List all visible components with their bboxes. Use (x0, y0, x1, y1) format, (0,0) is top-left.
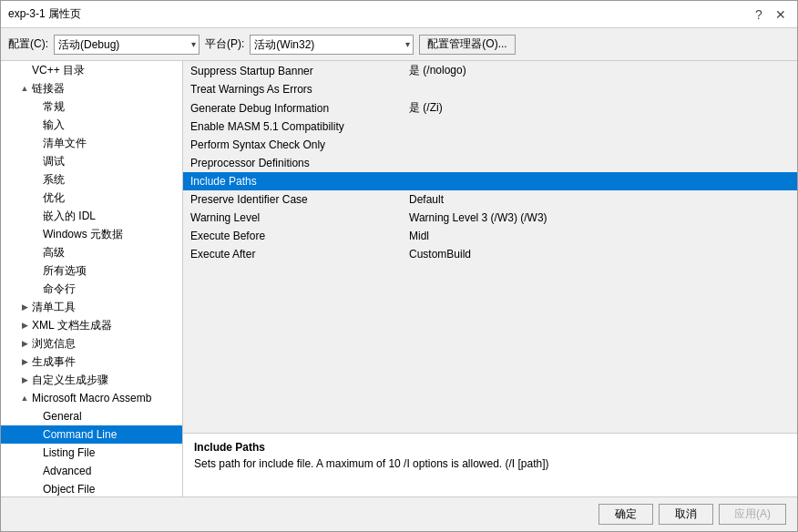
tree-item-masm-advanced[interactable]: Advanced (1, 462, 182, 480)
prop-row-preserve-case[interactable]: Preserve Identifier CaseDefault (183, 190, 797, 209)
tree-item-browse[interactable]: ▶浏览信息 (1, 334, 182, 353)
config-select[interactable]: 活动(Debug) (54, 35, 200, 55)
tree-item-custom-steps[interactable]: ▶自定义生成步骤 (1, 371, 182, 389)
tree-label-linker-system: 系统 (43, 172, 65, 188)
prop-value-suppress-banner: 是 (/nologo) (402, 61, 797, 80)
tree-label-masm-listing: Listing File (43, 446, 95, 459)
expand-icon-linker-system (30, 174, 41, 185)
expand-icon-linker-input (30, 119, 41, 130)
tree-item-linker-advanced[interactable]: 高级 (1, 243, 182, 261)
prop-value-preprocessor (402, 154, 797, 172)
prop-row-execute-after[interactable]: Execute AfterCustomBuild (183, 245, 797, 263)
close-button[interactable]: ✕ (772, 5, 790, 24)
platform-select[interactable]: 活动(Win32) (250, 35, 414, 55)
prop-row-execute-before[interactable]: Execute BeforeMidl (183, 227, 797, 245)
prop-value-syntax-check (402, 136, 797, 154)
props-area[interactable]: Suppress Startup Banner是 (/nologo)Treat … (183, 61, 797, 433)
expand-icon-linker-all (30, 265, 41, 276)
prop-value-execute-before: Midl (402, 227, 797, 245)
prop-row-suppress-banner[interactable]: Suppress Startup Banner是 (/nologo) (183, 61, 797, 80)
prop-row-warning-level[interactable]: Warning LevelWarning Level 3 (/W3) (/W3) (183, 209, 797, 227)
tree-item-linker-optimize[interactable]: 优化 (1, 189, 182, 207)
prop-name-treat-warnings: Treat Warnings As Errors (183, 80, 402, 98)
apply-button[interactable]: 应用(A) (719, 504, 786, 525)
toolbar: 配置(C): 活动(Debug) 平台(P): 活动(Win32) 配置管理器(… (1, 28, 797, 61)
description-panel: Include Paths Sets path for include file… (183, 433, 797, 496)
prop-row-gen-debug[interactable]: Generate Debug Information是 (/Zi) (183, 98, 797, 118)
prop-name-enable-masm: Enable MASM 5.1 Compatibility (183, 118, 402, 136)
bottom-bar: 确定 取消 应用(A) (1, 496, 797, 531)
tree-label-manifest-tool: 清单工具 (32, 300, 76, 315)
expand-icon-linker-debug (30, 156, 41, 167)
tree-item-linker[interactable]: ▲链接器 (1, 79, 182, 97)
tree-item-linker-idl[interactable]: 嵌入的 IDL (1, 207, 182, 225)
tree-item-linker-input[interactable]: 输入 (1, 116, 182, 134)
prop-row-preprocessor[interactable]: Preprocessor Definitions (183, 154, 797, 172)
tree-item-linker-general[interactable]: 常规 (1, 97, 182, 116)
props-body: Suppress Startup Banner是 (/nologo)Treat … (183, 61, 797, 263)
platform-label: 平台(P): (205, 36, 244, 52)
expand-icon-masm-objfile (30, 484, 41, 495)
cancel-button[interactable]: 取消 (659, 504, 713, 525)
prop-row-include-paths[interactable]: Include Paths (183, 172, 797, 190)
expand-icon-build-events: ▶ (19, 356, 30, 367)
expand-icon-masm-cmdline (30, 429, 41, 440)
tree-item-vcpp-dir[interactable]: VC++ 目录 (1, 61, 182, 79)
tree-item-linker-system[interactable]: 系统 (1, 170, 182, 189)
expand-icon-custom-steps: ▶ (19, 374, 30, 385)
tree-label-masm-cmdline: Command Line (43, 428, 117, 441)
expand-icon-linker-optimize (30, 192, 41, 203)
tree-item-masm[interactable]: ▲Microsoft Macro Assemb (1, 389, 182, 407)
main-content: VC++ 目录▲链接器常规输入清单文件调试系统优化嵌入的 IDLWindows … (1, 61, 797, 496)
right-panel-wrapper: Suppress Startup Banner是 (/nologo)Treat … (183, 61, 797, 496)
ok-button[interactable]: 确定 (598, 504, 653, 525)
tree-label-masm: Microsoft Macro Assemb (32, 392, 151, 404)
expand-icon-masm: ▲ (19, 393, 30, 404)
tree-item-linker-cmdline[interactable]: 命令行 (1, 280, 182, 298)
expand-icon-manifest-tool: ▶ (19, 302, 30, 312)
tree-item-xml-doc[interactable]: ▶XML 文档生成器 (1, 316, 182, 334)
tree-item-manifest-tool[interactable]: ▶清单工具 (1, 298, 182, 316)
tree-label-linker-input: 输入 (43, 118, 65, 133)
prop-row-enable-masm[interactable]: Enable MASM 5.1 Compatibility (183, 118, 797, 136)
expand-icon-masm-advanced (30, 466, 41, 476)
config-label: 配置(C): (8, 36, 48, 52)
tree-label-masm-objfile: Object File (43, 483, 95, 496)
tree-container: VC++ 目录▲链接器常规输入清单文件调试系统优化嵌入的 IDLWindows … (1, 61, 182, 496)
prop-value-execute-after: CustomBuild (402, 245, 797, 263)
help-button[interactable]: ? (750, 5, 768, 24)
expand-icon-linker-manifest (30, 138, 41, 148)
tree-item-linker-winmd[interactable]: Windows 元数据 (1, 225, 182, 243)
tree-label-linker-debug: 调试 (43, 154, 65, 169)
expand-icon-linker-general (30, 101, 41, 112)
prop-name-gen-debug: Generate Debug Information (183, 98, 402, 118)
title-bar-buttons: ? ✕ (750, 5, 790, 24)
tree-label-linker: 链接器 (32, 81, 65, 97)
expand-icon-linker-winmd (30, 229, 41, 240)
config-manager-button[interactable]: 配置管理器(O)... (419, 35, 515, 55)
tree-label-xml-doc: XML 文档生成器 (32, 318, 112, 333)
tree-item-build-events[interactable]: ▶生成事件 (1, 353, 182, 371)
tree-item-masm-listing[interactable]: Listing File (1, 444, 182, 462)
tree-label-linker-manifest: 清单文件 (43, 136, 87, 151)
tree-item-masm-cmdline[interactable]: Command Line (1, 425, 182, 444)
prop-row-treat-warnings[interactable]: Treat Warnings As Errors (183, 80, 797, 98)
platform-select-wrap: 活动(Win32) (250, 35, 414, 55)
prop-name-syntax-check: Perform Syntax Check Only (183, 136, 402, 154)
tree-item-linker-all[interactable]: 所有选项 (1, 261, 182, 280)
prop-value-warning-level: Warning Level 3 (/W3) (/W3) (402, 209, 797, 227)
tree-item-linker-debug[interactable]: 调试 (1, 152, 182, 170)
tree-item-masm-general[interactable]: General (1, 407, 182, 425)
tree-label-masm-general: General (43, 410, 82, 423)
tree-label-masm-advanced: Advanced (43, 465, 91, 477)
tree-label-linker-all: 所有选项 (43, 263, 87, 279)
tree-item-linker-manifest[interactable]: 清单文件 (1, 134, 182, 152)
prop-row-syntax-check[interactable]: Perform Syntax Check Only (183, 136, 797, 154)
tree-label-linker-idl: 嵌入的 IDL (43, 209, 96, 224)
description-title: Include Paths (194, 441, 786, 454)
expand-icon-linker-cmdline (30, 283, 41, 294)
tree-item-masm-objfile[interactable]: Object File (1, 480, 182, 496)
tree-label-browse: 浏览信息 (32, 336, 76, 352)
prop-value-treat-warnings (402, 80, 797, 98)
expand-icon-linker-advanced (30, 247, 41, 258)
